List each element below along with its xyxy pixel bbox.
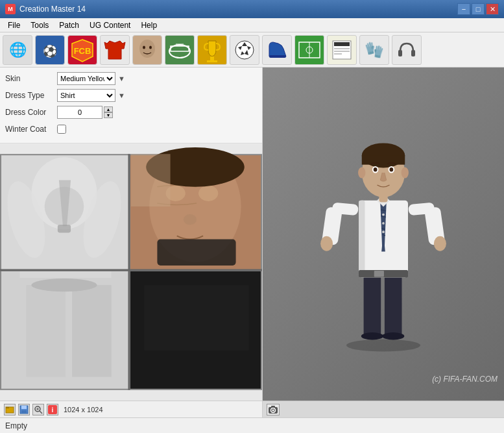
toolbar-face[interactable] [132, 35, 162, 65]
status-bar: Empty [0, 417, 504, 433]
skin-select[interactable]: Medium Yellow Light Medium Brown Dark [57, 72, 115, 85]
canvas-area[interactable] [0, 143, 262, 401]
svg-rect-105 [362, 155, 405, 164]
svg-marker-95 [381, 245, 385, 252]
svg-rect-63 [19, 271, 111, 278]
svg-rect-72 [21, 410, 27, 413]
svg-point-109 [390, 167, 394, 171]
svg-rect-40 [394, 37, 420, 63]
toolbar-field[interactable] [294, 35, 324, 65]
svg-point-55 [184, 214, 197, 225]
skin-label: Skin [5, 74, 57, 83]
winter-coat-label: Winter Coat [5, 125, 57, 134]
dress-color-input[interactable] [57, 106, 102, 119]
winter-coat-checkbox[interactable] [57, 125, 66, 134]
dress-color-spinner: ▲ ▼ [104, 106, 113, 118]
svg-rect-61 [72, 285, 112, 377]
toolbar-ball2[interactable] [230, 35, 259, 65]
menu-patch[interactable]: Patch [54, 19, 84, 31]
dress-color-row: Dress Color ▲ ▼ [5, 105, 257, 119]
spin-up[interactable]: ▲ [104, 106, 113, 112]
model-view: (c) FIFA-FAN.COM [263, 68, 504, 401]
svg-point-90 [320, 236, 333, 251]
tool-zoom[interactable] [32, 404, 44, 415]
left-panel: Skin Medium Yellow Light Medium Brown Da… [0, 68, 263, 417]
tool-save[interactable] [18, 404, 30, 415]
dress-color-label: Dress Color [5, 108, 57, 117]
toolbar-newspaper[interactable] [327, 35, 357, 65]
svg-rect-58 [131, 154, 171, 206]
svg-point-10 [143, 45, 145, 49]
menu-tools[interactable]: Tools [25, 19, 54, 31]
svg-rect-34 [334, 42, 350, 46]
model-tool-camera[interactable] [267, 404, 280, 415]
svg-rect-42 [411, 50, 415, 56]
svg-point-62 [31, 278, 97, 291]
toolbar-globe[interactable]: 🌐 [3, 35, 32, 65]
canvas-toolbar: i 1024 x 1024 [0, 401, 262, 417]
texture-canvas [0, 143, 262, 401]
svg-point-54 [198, 186, 218, 201]
dress-type-select[interactable]: Shirt Suit Jacket Casual [57, 89, 115, 102]
skin-row: Skin Medium Yellow Light Medium Brown Da… [5, 71, 257, 86]
title-bar-left: M Creation Master 14 [5, 4, 86, 14]
svg-text:FCB: FCB [74, 46, 91, 56]
svg-rect-85 [359, 200, 365, 277]
svg-point-111 [402, 167, 409, 178]
svg-point-93 [434, 236, 446, 251]
status-text: Empty [5, 421, 27, 430]
svg-rect-57 [157, 240, 235, 266]
toolbar-league[interactable]: ⚽ [35, 35, 65, 65]
svg-point-108 [374, 167, 378, 171]
tool-info[interactable]: i [47, 404, 58, 415]
spin-down[interactable]: ▼ [104, 112, 113, 118]
dress-type-label: Dress Type [5, 91, 57, 100]
main-content: Skin Medium Yellow Light Medium Brown Da… [0, 68, 504, 417]
minimize-button[interactable]: − [457, 3, 470, 15]
toolbar-boots[interactable] [262, 35, 292, 65]
svg-rect-118 [271, 406, 275, 408]
title-bar-controls: − □ ✕ [457, 3, 499, 15]
app-icon: M [5, 4, 16, 14]
svg-text:🧤: 🧤 [365, 40, 384, 59]
svg-rect-27 [269, 55, 286, 58]
toolbar-stadium[interactable] [165, 35, 195, 65]
app-title: Creation Master 14 [19, 5, 86, 14]
toolbar-trophy[interactable] [197, 35, 227, 65]
tool-open[interactable] [4, 404, 16, 415]
toolbar-glove[interactable]: 🧤 [359, 35, 389, 65]
svg-rect-65 [144, 285, 249, 351]
dress-type-row: Dress Type Shirt Suit Jacket Casual ▼ [5, 88, 257, 103]
svg-point-117 [272, 409, 274, 411]
right-panel: 3D Model Empty [263, 68, 504, 417]
svg-rect-87 [374, 271, 384, 277]
svg-rect-41 [398, 50, 402, 56]
svg-point-110 [358, 167, 365, 178]
svg-rect-71 [21, 406, 27, 409]
svg-text:⚽: ⚽ [43, 44, 58, 58]
svg-point-113 [382, 222, 385, 225]
svg-rect-81 [385, 274, 402, 336]
svg-rect-80 [364, 274, 381, 336]
svg-line-74 [40, 411, 42, 414]
svg-point-114 [382, 230, 385, 233]
svg-text:i: i [52, 406, 54, 414]
watermark: (c) FIFA-FAN.COM [432, 375, 498, 384]
toolbar-badge[interactable]: FCB [67, 35, 97, 65]
svg-point-9 [139, 40, 155, 58]
svg-point-11 [149, 45, 152, 49]
svg-rect-50 [58, 225, 71, 232]
model-bottom-bar [263, 401, 504, 417]
toolbar-headphones[interactable] [392, 35, 422, 65]
svg-point-82 [361, 332, 383, 340]
close-button[interactable]: ✕ [486, 3, 499, 15]
svg-rect-17 [210, 56, 214, 60]
toolbar-kit[interactable] [100, 35, 130, 65]
menu-file[interactable]: File [3, 19, 25, 31]
maximize-button[interactable]: □ [472, 3, 485, 15]
character-3d [312, 111, 455, 358]
svg-rect-15 [176, 43, 184, 46]
menu-help[interactable]: Help [136, 19, 162, 31]
svg-point-112 [382, 213, 385, 216]
menu-ugcontent[interactable]: UG Content [84, 19, 136, 31]
